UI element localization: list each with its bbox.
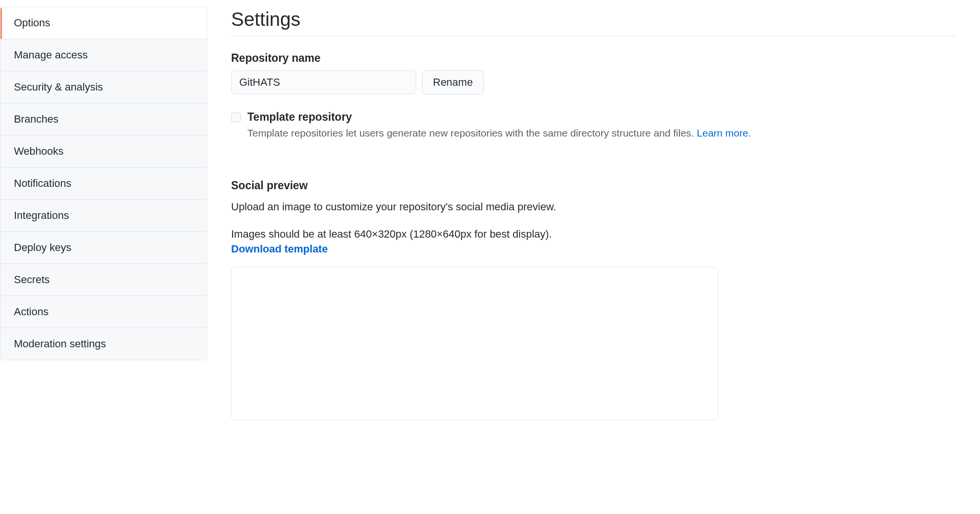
sidebar-list: Options Manage access Security & analysi… <box>0 7 207 360</box>
sidebar-item-branches[interactable]: Branches <box>0 103 207 136</box>
social-preview-heading: Social preview <box>231 179 955 192</box>
sidebar-item-secrets[interactable]: Secrets <box>0 264 207 296</box>
sidebar-item-label: Actions <box>14 306 48 318</box>
social-preview-desc2: Images should be at least 640×320px (128… <box>231 226 955 242</box>
sidebar-item-actions[interactable]: Actions <box>0 296 207 328</box>
sidebar-item-security-analysis[interactable]: Security & analysis <box>0 71 207 103</box>
sidebar-item-label: Integrations <box>14 209 69 221</box>
sidebar-item-label: Security & analysis <box>14 81 103 93</box>
settings-sidebar: Options Manage access Security & analysi… <box>0 7 207 514</box>
sidebar-item-label: Deploy keys <box>14 241 71 253</box>
page-title: Settings <box>231 9 955 36</box>
repo-name-label: Repository name <box>231 52 955 65</box>
download-template-link[interactable]: Download template <box>231 243 328 255</box>
template-repo-section: Template repository Template repositorie… <box>231 111 955 141</box>
sidebar-item-notifications[interactable]: Notifications <box>0 168 207 200</box>
sidebar-item-label: Manage access <box>14 49 88 61</box>
rename-button[interactable]: Rename <box>422 70 484 94</box>
repo-name-row: Rename <box>231 70 955 94</box>
template-repo-description: Template repositories let users generate… <box>247 126 955 141</box>
sidebar-item-moderation-settings[interactable]: Moderation settings <box>0 328 207 360</box>
repo-name-input[interactable] <box>231 70 416 94</box>
sidebar-item-manage-access[interactable]: Manage access <box>0 39 207 71</box>
template-repo-checkbox[interactable] <box>231 113 241 122</box>
settings-main: Settings Repository name Rename Template… <box>207 0 955 514</box>
template-repo-desc-text: Template repositories let users generate… <box>247 127 697 138</box>
sidebar-item-label: Webhooks <box>14 145 64 157</box>
template-repo-label[interactable]: Template repository <box>247 111 955 124</box>
sidebar-item-label: Moderation settings <box>14 338 106 350</box>
sidebar-item-label: Secrets <box>14 274 50 286</box>
sidebar-item-options[interactable]: Options <box>0 7 207 39</box>
learn-more-link[interactable]: Learn more. <box>697 127 751 138</box>
repo-name-section: Repository name Rename <box>231 52 955 94</box>
sidebar-item-label: Branches <box>14 113 58 125</box>
sidebar-item-webhooks[interactable]: Webhooks <box>0 136 207 168</box>
social-preview-desc1: Upload an image to customize your reposi… <box>231 199 955 215</box>
sidebar-item-label: Notifications <box>14 177 71 189</box>
social-preview-upload-box[interactable] <box>231 267 718 420</box>
sidebar-item-label: Options <box>14 17 50 29</box>
template-repo-content: Template repository Template repositorie… <box>247 111 955 141</box>
social-preview-section: Social preview Upload an image to custom… <box>231 179 955 420</box>
sidebar-item-integrations[interactable]: Integrations <box>0 200 207 232</box>
sidebar-item-deploy-keys[interactable]: Deploy keys <box>0 232 207 264</box>
